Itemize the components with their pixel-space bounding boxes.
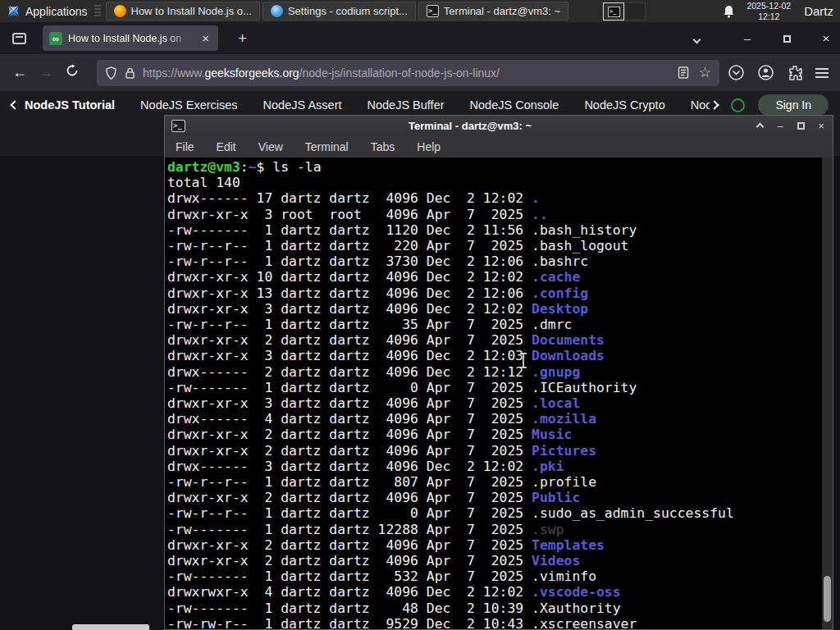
terminal-maximize-button[interactable] (796, 120, 806, 132)
user-menu[interactable]: Dartz (802, 4, 833, 18)
shield-icon[interactable] (105, 66, 117, 80)
file-row: drwx------ 17 dartz dartz 4096 Dec 2 12:… (167, 190, 819, 206)
site-nav-item[interactable]: NodeJS DNS (691, 98, 710, 112)
file-row: -rw-r--r-- 1 dartz dartz 220 Apr 7 2025 … (167, 238, 819, 253)
file-name: .bashrc (532, 253, 588, 269)
terminal-menu-edit[interactable]: Edit (217, 140, 236, 153)
rollup-button[interactable] (755, 120, 765, 132)
terminal-title-bar[interactable]: >_ Terminal - dartz@vm3: ~ – × (165, 116, 833, 136)
forward-button[interactable]: → (33, 64, 59, 81)
file-row: drwxr-xr-x 3 root root 4096 Apr 7 2025 .… (167, 207, 819, 222)
browser-tab-bar: ∞ How to Install Node.js on × + – × (0, 22, 840, 54)
extensions-puzzle-icon[interactable] (787, 65, 803, 81)
terminal-content[interactable]: dartz@vm3:~$ ls -la total 140 drwx------… (165, 158, 833, 629)
file-name: Desktop (532, 301, 588, 317)
terminal-close-button[interactable]: × (816, 120, 826, 132)
applications-label: Applications (25, 5, 88, 18)
back-button[interactable]: ← (7, 64, 33, 81)
tab-close-icon[interactable]: × (199, 31, 212, 45)
codium-icon (271, 5, 283, 17)
prompt-command: ls -la (264, 159, 321, 175)
url-domain: geeksforgeeks.org (204, 66, 299, 80)
browser-tab[interactable]: ∞ How to Install Node.js on × (43, 25, 218, 51)
firefox-icon (114, 5, 126, 17)
file-name: .viminfo (532, 568, 596, 584)
file-name: .. (532, 207, 548, 222)
file-row: -rw------- 1 dartz dartz 1120 Dec 2 11:5… (167, 222, 819, 238)
site-nav-item[interactable]: NodeJS Assert (263, 98, 342, 112)
workspace-switcher[interactable]: >_ (603, 2, 646, 21)
url-bar[interactable]: https://www.geeksforgeeks.org/node-js/in… (97, 60, 719, 86)
terminal-menu-view[interactable]: View (258, 140, 283, 153)
firefox-view-button[interactable] (7, 28, 31, 49)
lock-icon[interactable] (125, 66, 135, 80)
scrollbar-thumb[interactable] (824, 576, 831, 622)
workspace-2[interactable] (624, 2, 646, 21)
applications-menu-button[interactable]: Applications (0, 0, 94, 22)
file-row: drwxr-xr-x 3 dartz dartz 4096 Apr 7 2025… (167, 395, 819, 411)
site-nav-item[interactable]: NodeJS Exercises (140, 98, 237, 112)
taskbar-window-button[interactable]: >_Terminal - dartz@vm3: ~ (418, 2, 568, 21)
site-nav-item[interactable]: NodeJS Tutorial (25, 98, 115, 112)
notifications-icon[interactable] (723, 5, 735, 18)
terminal-scrollbar[interactable] (822, 158, 833, 629)
restore-button[interactable] (773, 31, 801, 45)
prompt-user-host: dartz@vm3 (167, 159, 240, 175)
file-row: -rw------- 1 dartz dartz 12288 Apr 7 202… (167, 522, 819, 537)
file-name: .local (532, 395, 580, 411)
account-icon[interactable] (757, 64, 774, 81)
list-all-tabs-button[interactable] (682, 31, 710, 45)
clock[interactable]: 2025-12-02 12:12 (746, 1, 791, 21)
bookmark-star-icon[interactable]: ☆ (699, 64, 711, 81)
site-nav-item[interactable]: NodeJS Console (470, 98, 559, 112)
file-row: drwxr-xr-x 2 dartz dartz 4096 Apr 7 2025… (167, 490, 819, 505)
close-button[interactable]: × (812, 31, 840, 45)
file-name: .Xauthority (532, 600, 621, 616)
pocket-icon[interactable] (728, 64, 745, 81)
file-name: .ICEauthority (532, 380, 637, 395)
url-text[interactable]: https://www.geeksforgeeks.org/node-js/in… (143, 66, 500, 80)
workspace-1[interactable]: >_ (603, 2, 624, 21)
search-icon[interactable] (731, 98, 745, 112)
site-nav-items: NodeJS TutorialNodeJS ExercisesNodeJS As… (25, 98, 710, 112)
window-controls: – × (682, 31, 840, 45)
file-name: .swp (532, 522, 564, 537)
nav-scroll-left-icon[interactable] (10, 100, 19, 109)
terminal-menu-file[interactable]: File (176, 140, 194, 153)
file-name: .xscreensaver (532, 616, 637, 629)
file-row: drwxr-xr-x 2 dartz dartz 4096 Apr 7 2025… (167, 332, 819, 348)
terminal-menu-tabs[interactable]: Tabs (371, 140, 395, 153)
file-name: .cache (532, 269, 580, 285)
file-row: drwxr-xr-x 2 dartz dartz 4096 Apr 7 2025… (167, 443, 819, 459)
menu-hamburger-icon[interactable] (815, 68, 829, 78)
top-panel: Applications How to Install Node.js o...… (0, 0, 840, 22)
file-name: .dmrc (532, 317, 572, 332)
terminal-minimize-button[interactable]: – (775, 120, 785, 132)
file-row: -rw-r--r-- 1 dartz dartz 0 Apr 7 2025 .s… (167, 505, 819, 521)
reader-view-icon[interactable] (678, 66, 689, 79)
site-nav-item[interactable]: NodeJS Crypto (584, 98, 664, 112)
file-row: drwxr-xr-x 3 dartz dartz 4096 Dec 2 12:0… (167, 348, 819, 363)
clock-date: 2025-12-02 (746, 1, 791, 11)
reload-icon (66, 64, 79, 77)
file-row: -rw-r--r-- 1 dartz dartz 807 Apr 7 2025 … (167, 474, 819, 490)
terminal-menu-terminal[interactable]: Terminal (305, 140, 349, 153)
site-nav-item[interactable]: NodeJS Buffer (368, 98, 445, 112)
reload-button[interactable] (59, 64, 85, 81)
url-path: /node-js/installation-of-node-js-on-linu… (299, 66, 500, 80)
nav-scroll-right-icon[interactable] (710, 100, 719, 109)
file-row: drwxr-xr-x 2 dartz dartz 4096 Apr 7 2025… (167, 537, 819, 553)
taskbar-window-button[interactable]: How to Install Node.js o... (106, 2, 260, 21)
file-row: -rw-rw-r-- 1 dartz dartz 9529 Dec 2 10:4… (167, 616, 819, 629)
file-name: .gnupg (532, 364, 580, 380)
file-row: -rw------- 1 dartz dartz 532 Apr 7 2025 … (167, 568, 819, 584)
file-row: drwxr-xr-x 10 dartz dartz 4096 Dec 2 12:… (167, 269, 819, 285)
file-name: .config (532, 285, 588, 301)
minimize-button[interactable]: – (733, 31, 761, 45)
sign-in-button[interactable]: Sign In (758, 94, 829, 116)
taskbar-window-button[interactable]: Settings - codium script... (262, 2, 416, 21)
terminal-menu-help[interactable]: Help (417, 140, 441, 153)
new-tab-button[interactable]: + (231, 28, 253, 49)
file-name: .vscode-oss (532, 584, 621, 600)
prompt-cwd: ~ (249, 159, 257, 175)
